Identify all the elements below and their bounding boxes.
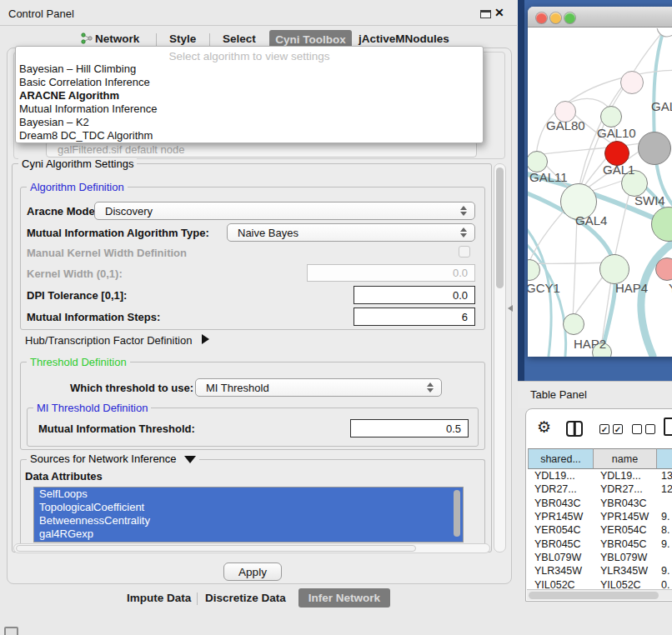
node-label: SWI4 (634, 193, 665, 208)
select-all-checkbox-icon[interactable]: ✓ (613, 424, 623, 434)
app-root: Control Panel ✕ Network Style Select Cyn… (0, 0, 672, 635)
dropdown-item[interactable]: Bayesian – K2 (17, 116, 479, 129)
dropdown-item-highlighted[interactable]: ARACNE Algorithm (17, 89, 479, 102)
network-node-hap2[interactable] (563, 313, 584, 335)
network-node-unlabeled-pink[interactable] (620, 71, 644, 94)
dropdown-item[interactable]: Mutual Information Inference (17, 102, 479, 116)
minimized-panel-icon[interactable] (4, 627, 18, 635)
zoom-traffic-light[interactable] (564, 12, 575, 23)
tab-style[interactable]: Style (169, 32, 196, 45)
tab-impute-data[interactable]: Impute Data (127, 592, 191, 604)
deselect-all-checkbox-icon[interactable] (632, 424, 642, 434)
table-cell: YBL079W (528, 552, 594, 563)
table-cell: YDL19... (528, 470, 594, 482)
tab-jactivemnodules[interactable]: jActiveMNodules (359, 32, 449, 45)
deselect-all-checkbox-icon[interactable] (645, 424, 655, 434)
tab-separator (197, 592, 198, 605)
table-cell: 13 (657, 470, 672, 482)
table-cell: 9. (657, 565, 672, 577)
sources-group-header[interactable]: Sources for Network Inference (27, 452, 199, 465)
tab-discretize-data[interactable]: Discretize Data (205, 592, 286, 604)
tab-select[interactable]: Select (223, 32, 256, 45)
collapse-arrow-icon (184, 456, 196, 463)
algorithm-dropdown-popup: Select algorithm to view settings Bayesi… (15, 46, 484, 143)
mi-threshold-group-title: MI Threshold Definition (33, 402, 151, 414)
network-node-salmon[interactable] (655, 258, 672, 281)
hub-definition-expander[interactable]: Hub/Transcription Factor Definition (25, 334, 209, 347)
network-node-gray[interactable] (638, 132, 671, 165)
algorithm-combo-placeholder[interactable]: Select algorithm to view settings (16, 50, 483, 62)
table-cell: YIL052C (528, 579, 594, 589)
table-cell: 9. (657, 538, 672, 550)
select-all-checkbox-icon[interactable]: ✓ (599, 424, 609, 434)
float-window-button[interactable] (480, 10, 491, 18)
network-selector-combo[interactable]: galFiltered.sif default node (46, 141, 477, 158)
list-item[interactable]: BetweennessCentrality (34, 514, 463, 528)
scrollbar-thumb[interactable] (529, 592, 659, 599)
settings-vertical-scrollbar[interactable] (494, 163, 506, 552)
column-header-partial[interactable] (657, 448, 672, 469)
network-icon (81, 32, 93, 44)
table-cell: 12 (657, 483, 672, 495)
algorithm-definition-title: Algorithm Definition (27, 181, 128, 193)
dpi-tolerance-field[interactable]: 0.0 (354, 286, 475, 304)
list-item[interactable]: gal4RGexp (34, 528, 463, 541)
which-threshold-value: MI Threshold (206, 382, 269, 394)
table-cell: YBR045C (594, 538, 657, 550)
mi-steps-field[interactable]: 6 (354, 308, 475, 326)
scrollbar-thumb[interactable] (496, 168, 504, 288)
aracne-mode-combo[interactable]: Discovery (94, 202, 475, 220)
list-item[interactable]: SelfLoops (34, 488, 463, 501)
minimize-traffic-light[interactable] (550, 12, 561, 23)
table-cell: YER054C (594, 524, 657, 536)
expand-arrow-icon (202, 334, 209, 344)
manual-kernel-label: Manual Kernel Width Definition (27, 247, 187, 259)
table-horizontal-scrollbar[interactable] (527, 589, 672, 600)
splitter-collapse-arrow[interactable] (508, 305, 513, 312)
close-traffic-light[interactable] (536, 12, 547, 23)
columns-icon[interactable] (566, 421, 583, 437)
table-cell: YDL19... (594, 470, 657, 482)
network-node-hap4[interactable] (599, 254, 629, 284)
spinner-arrows-icon (460, 206, 467, 216)
table-panel-body: ⚙ ✓ ✓ shared... name YDL19... YDL19... 1… (525, 408, 672, 602)
list-scrollbar-thumb[interactable] (454, 490, 460, 537)
column-header-shared-name[interactable]: shared... (528, 448, 594, 469)
table-cell: YLR345W (594, 565, 657, 577)
table-cell: 9. (657, 511, 672, 522)
node-label: GAL1 (603, 162, 634, 177)
gear-icon[interactable]: ⚙ (537, 419, 551, 435)
dropdown-item[interactable]: Basic Correlation Inference (17, 76, 479, 89)
apply-button[interactable]: Apply (223, 562, 282, 581)
control-panel-title: Control Panel (8, 8, 74, 20)
network-node-gal10[interactable] (600, 106, 622, 128)
column-header-name[interactable]: name (594, 448, 657, 469)
network-window-titlebar[interactable] (528, 7, 672, 28)
settings-horizontal-scrollbar[interactable] (13, 543, 490, 553)
node-label: GAL80 (546, 118, 585, 132)
list-item[interactable]: TopologicalCoefficient (34, 501, 463, 514)
manual-kernel-checkbox[interactable] (459, 246, 470, 258)
table-cell: YBL079W (594, 552, 657, 563)
spinner-arrows-icon (460, 228, 467, 238)
mi-type-combo[interactable]: Naive Bayes (227, 223, 475, 242)
file-icon[interactable] (664, 418, 672, 436)
dropdown-item[interactable]: Dream8 DC_TDC Algorithm (17, 129, 479, 142)
table-cell: 8. (657, 524, 672, 536)
scrollbar-thumb[interactable] (16, 545, 416, 552)
which-threshold-combo[interactable]: MI Threshold (195, 378, 442, 397)
close-icon[interactable]: ✕ (494, 6, 504, 19)
node-label: GAL10 (597, 126, 636, 140)
data-attributes-label: Data Attributes (25, 470, 103, 482)
table-cell: YIL052C (594, 579, 657, 589)
network-canvas[interactable]: GAL80 GAL10 GAL1 GAL11 SWI4 GAL4 GCY1 HA… (528, 28, 672, 357)
mi-threshold-label: Mutual Information Threshold: (38, 422, 195, 435)
table-cell: YBR043C (528, 498, 594, 509)
dpi-tolerance-label: DPI Tolerance [0,1]: (27, 289, 127, 302)
tab-network[interactable]: Network (95, 32, 139, 45)
kernel-width-field[interactable]: 0.0 (307, 264, 475, 282)
mi-threshold-field[interactable]: 0.5 (350, 419, 469, 438)
tab-infer-network[interactable]: Infer Network (298, 588, 390, 608)
table-cell: YPR145W (594, 511, 657, 522)
dropdown-item[interactable]: Bayesian – Hill Climbing (17, 62, 479, 76)
